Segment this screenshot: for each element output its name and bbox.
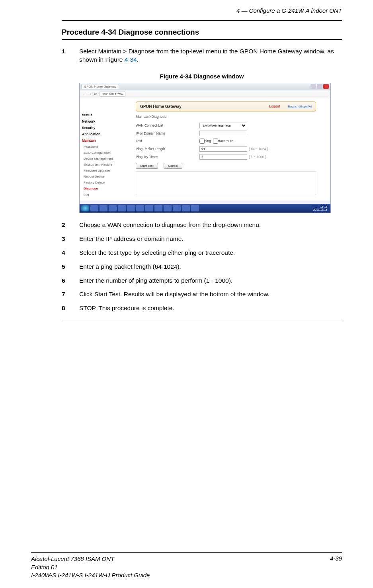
close-icon[interactable] <box>323 84 329 89</box>
forward-icon[interactable]: → <box>88 92 92 96</box>
screenshot-figure: GPON Home Gateway ← → ⟳ 192.168.1.254 St… <box>79 83 342 213</box>
sidebar-sub-factory[interactable]: Factory Default <box>80 180 121 186</box>
figure-caption: Figure 4-34 Diagnose window <box>62 73 342 80</box>
url-field[interactable]: 192.168.1.254 <box>100 92 125 97</box>
horizontal-scrollbar[interactable] <box>80 201 330 204</box>
app-title: GPON Home Gateway <box>140 104 182 109</box>
sidebar-item-status[interactable]: Status <box>80 112 121 118</box>
footer-page-number: 4-39 <box>330 555 342 579</box>
wan-label: WAN Connect List <box>136 123 199 127</box>
sidebar-item-application[interactable]: Application <box>80 131 121 137</box>
step-4: 4Select the test type by selecting eithe… <box>62 249 342 257</box>
start-test-button[interactable]: Start Test <box>136 163 158 169</box>
taskbar-icon[interactable] <box>164 205 172 211</box>
step-2: 2Choose a WAN connection to diagnose fro… <box>62 221 342 229</box>
cancel-button[interactable]: Cancel <box>164 163 182 169</box>
maximize-icon[interactable] <box>317 84 322 89</box>
step-number: 4 <box>62 249 79 257</box>
page-footer: Alcatel-Lucent 7368 ISAM ONT Edition 01 … <box>0 552 373 588</box>
wan-select[interactable]: LAN/WAN Interface <box>199 123 247 128</box>
ptt-input[interactable] <box>199 154 247 160</box>
taskbar-icon[interactable] <box>100 205 107 211</box>
sidebar-sub-diagnose[interactable]: Diagnose <box>80 186 121 191</box>
step-text-tail: . <box>137 56 139 63</box>
figure-ref-link[interactable]: 4-34 <box>125 56 137 63</box>
step-list-cont: 2Choose a WAN connection to diagnose fro… <box>62 221 342 313</box>
clock-time: 15:15 <box>320 205 327 208</box>
ping-label: ping <box>205 139 211 143</box>
diagnose-form: WAN Connect List LAN/WAN Interface IP or… <box>136 123 326 160</box>
ip-input[interactable] <box>199 131 247 136</box>
taskbar-clock[interactable]: 15:15 2013/12/18 <box>312 205 329 211</box>
step-8: 8STOP. This procedure is complete. <box>62 304 342 313</box>
footer-edition: Edition 01 <box>31 563 150 571</box>
taskbar-icon[interactable] <box>109 205 117 211</box>
step-body: Enter a ping packet length (64-1024). <box>79 263 342 271</box>
step-body: Select Maintain > Diagnose from the top-… <box>79 47 342 64</box>
app-topbar: GPON Home Gateway Logout English |Españo… <box>136 102 316 111</box>
back-icon[interactable]: ← <box>82 92 86 96</box>
results-area <box>136 171 316 195</box>
ppl-label: Ping Packet Length <box>136 147 199 151</box>
start-button-icon[interactable] <box>81 205 89 211</box>
taskbar-icon[interactable] <box>173 205 181 211</box>
sidebar-sub-reboot[interactable]: Reboot Device <box>80 174 121 180</box>
step-text: Select Maintain > Diagnose from the top-… <box>79 48 334 63</box>
step-number: 6 <box>62 277 79 285</box>
step-7: 7Click Start Test. Results will be displ… <box>62 290 342 299</box>
step-number: 3 <box>62 235 79 243</box>
content: Procedure 4-34 Diagnose connections 1 Se… <box>62 28 342 319</box>
reload-icon[interactable]: ⟳ <box>94 92 97 96</box>
footer-product: Alcatel-Lucent 7368 ISAM ONT <box>31 555 150 563</box>
step-number: 5 <box>62 263 79 271</box>
step-body: Enter the IP address or domain name. <box>79 235 342 243</box>
ptt-label: Ping Try Times <box>136 155 199 159</box>
step-body: Choose a WAN connection to diagnose from… <box>79 221 342 229</box>
taskbar-icon[interactable] <box>118 205 126 211</box>
ping-checkbox[interactable] <box>199 139 205 144</box>
step-body: Enter the number of ping attempts to per… <box>79 277 342 285</box>
sidebar-sub-device-mgmt[interactable]: Device Management <box>80 156 121 162</box>
browser-tabstrip: GPON Home Gateway <box>80 83 330 90</box>
ppl-input[interactable] <box>199 146 247 152</box>
end-rule <box>62 319 342 319</box>
screenshot: GPON Home Gateway ← → ⟳ 192.168.1.254 St… <box>79 83 331 213</box>
step-body: Click Start Test. Results will be displa… <box>79 290 342 299</box>
procedure-title: Procedure 4-34 Diagnose connections <box>62 28 342 39</box>
traceroute-checkbox[interactable] <box>213 139 218 144</box>
minimize-icon[interactable] <box>311 84 316 89</box>
sidebar-item-security[interactable]: Security <box>80 125 121 131</box>
taskbar-icon[interactable] <box>90 205 98 211</box>
footer-rule <box>31 552 342 553</box>
test-label: Test <box>136 139 199 143</box>
taskbar-icon[interactable] <box>154 205 162 211</box>
sidebar-sub-firmware[interactable]: Firmware Upgrade <box>80 168 121 174</box>
windows-taskbar: 15:15 2013/12/18 <box>80 204 330 213</box>
taskbar-icon[interactable] <box>127 205 135 211</box>
step-number: 8 <box>62 304 79 313</box>
sidebar-sub-backup[interactable]: Backup and Restore <box>80 162 121 168</box>
sidebar-item-network[interactable]: Network <box>80 118 121 125</box>
logout-link[interactable]: Logout <box>269 104 280 108</box>
sidebar-sub-slid[interactable]: SLID Configuration <box>80 150 121 156</box>
traceroute-label: traceroute <box>218 139 233 143</box>
address-bar: ← → ⟳ 192.168.1.254 <box>80 90 330 98</box>
language-links[interactable]: English |Español <box>288 105 312 108</box>
step-list: 1 Select Maintain > Diagnose from the to… <box>62 47 342 64</box>
step-number: 7 <box>62 290 79 299</box>
taskbar-icon[interactable] <box>145 205 153 211</box>
taskbar-icon[interactable] <box>136 205 144 211</box>
step-number: 2 <box>62 221 79 229</box>
sidebar: Status Network Security Application Main… <box>80 98 121 201</box>
browser-tab[interactable]: GPON Home Gateway <box>81 84 119 89</box>
footer-guide: I-240W-S I-241W-S I-241W-U Product Guide <box>31 571 150 579</box>
taskbar-icon[interactable] <box>191 205 199 211</box>
sidebar-item-maintain[interactable]: Maintain <box>80 137 121 144</box>
sidebar-sub-log[interactable]: Log <box>80 191 121 197</box>
step-number: 1 <box>62 47 79 64</box>
main-panel: GPON Home Gateway Logout English |Españo… <box>121 98 330 201</box>
taskbar-icon[interactable] <box>182 205 190 211</box>
breadcrumb: Maintain>Diagnose <box>136 115 326 119</box>
sidebar-sub-password[interactable]: Password <box>80 144 121 150</box>
header-rule <box>62 20 342 21</box>
